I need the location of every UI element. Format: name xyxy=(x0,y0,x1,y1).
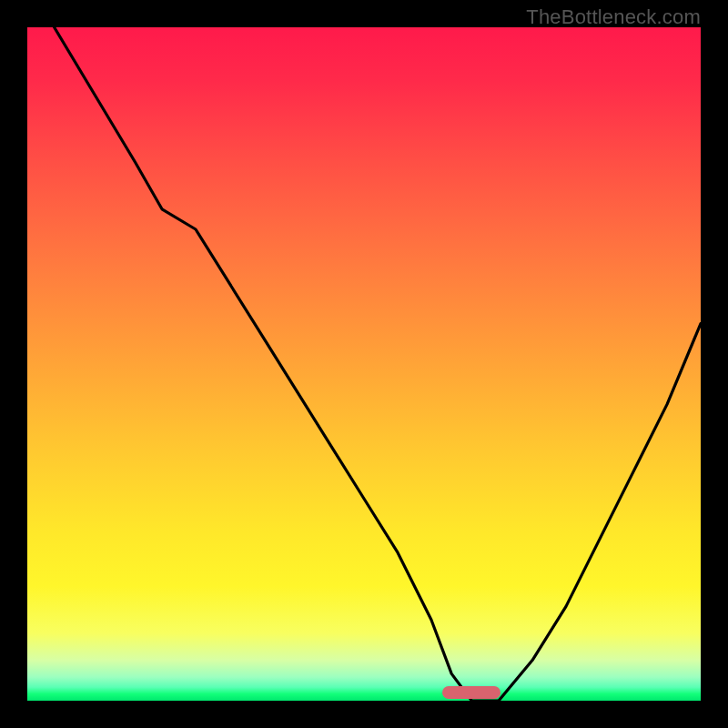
optimal-zone-marker xyxy=(442,686,500,699)
watermark-text: TheBottleneck.com xyxy=(526,5,701,29)
chart-frame: TheBottleneck.com xyxy=(0,0,728,728)
bottleneck-curve xyxy=(27,27,701,701)
plot-area xyxy=(27,27,701,701)
